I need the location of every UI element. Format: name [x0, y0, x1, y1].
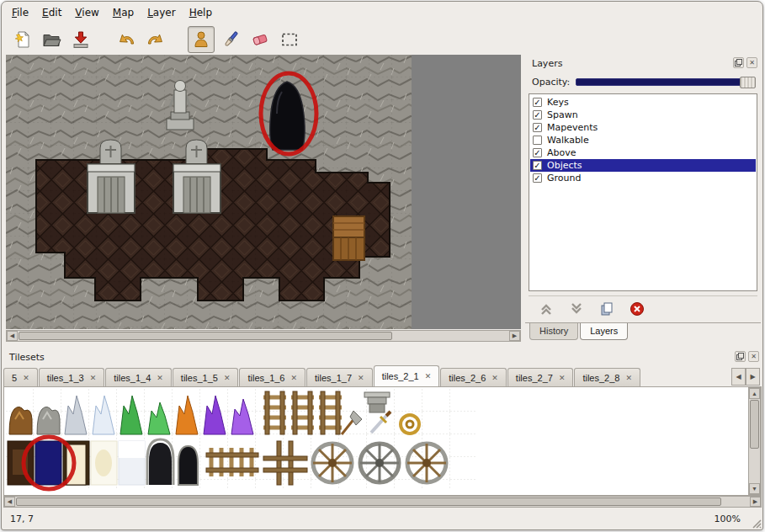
scroll-up-arrow-icon[interactable]: ▲ [749, 388, 760, 399]
tileset-tab-9[interactable]: tiles_2_8 ✕ [574, 368, 640, 386]
brush-tool-button[interactable] [217, 26, 244, 53]
tab-close-icon[interactable]: ✕ [625, 374, 632, 382]
close-panel-button[interactable]: ✕ [748, 351, 759, 362]
layer-row-mapevents[interactable]: ✓ Mapevents [530, 121, 756, 134]
tileset-tab-2[interactable]: tiles_1_4 ✕ [105, 368, 172, 386]
map-horizontal-scrollbar[interactable]: ◀ ▶ [6, 330, 521, 342]
tile-gray-rock [37, 407, 60, 434]
opacity-label: Opacity: [532, 77, 570, 88]
opacity-slider-handle[interactable] [740, 77, 756, 88]
tab-close-icon[interactable]: ✕ [224, 374, 231, 382]
tab-close-icon[interactable]: ✕ [90, 374, 97, 382]
resize-grip[interactable] [750, 517, 762, 529]
layer-visibility-checkbox[interactable]: ✓ [533, 98, 542, 107]
tab-close-icon[interactable]: ✕ [23, 374, 29, 382]
tab-close-icon[interactable]: ✕ [291, 374, 298, 382]
lower-layer-button[interactable] [567, 300, 586, 318]
tileset-tab-0[interactable]: 5 ✕ [3, 368, 38, 386]
scrollbar-track[interactable] [749, 399, 760, 483]
layer-row-ground[interactable]: ✓ Ground [530, 172, 756, 184]
tileset-tab-7[interactable]: tiles_2_6 ✕ [440, 368, 507, 386]
tab-close-icon[interactable]: ✕ [157, 374, 163, 382]
tab-close-icon[interactable]: ✕ [491, 374, 498, 382]
tab-layers[interactable]: Layers [580, 323, 628, 340]
menu-file[interactable]: File [5, 3, 35, 22]
new-map-button[interactable] [8, 26, 35, 53]
layer-row-keys[interactable]: ✓ Keys [530, 96, 756, 109]
opacity-slider[interactable] [576, 78, 756, 86]
scrollbar-thumb[interactable] [16, 497, 721, 506]
tileset-tab-5[interactable]: tiles_1_7 ✕ [306, 368, 373, 386]
scrollbar-thumb[interactable] [750, 400, 759, 449]
undo-button[interactable] [113, 26, 140, 53]
layer-visibility-checkbox[interactable]: ✓ [533, 161, 542, 170]
scroll-right-arrow-icon[interactable]: ▶ [509, 331, 520, 341]
layer-visibility-checkbox[interactable]: ✓ [533, 136, 542, 145]
check-icon: ✓ [534, 98, 540, 107]
layer-visibility-checkbox[interactable]: ✓ [533, 148, 542, 157]
tile-cart-wheel [360, 444, 399, 482]
open-map-button[interactable] [38, 26, 65, 53]
tileset-vertical-scrollbar[interactable]: ▲ ▼ [748, 387, 761, 495]
crates [333, 216, 364, 260]
tileset-tab-label: 5 [12, 373, 17, 383]
tab-close-icon[interactable]: ✕ [358, 374, 364, 382]
tab-scroll-left-icon[interactable]: ◀ [731, 368, 746, 386]
tileset-tab-1[interactable]: tiles_1_3 ✕ [39, 368, 105, 386]
map-canvas[interactable] [6, 55, 521, 329]
tileset-tab-label: tiles_2_8 [582, 373, 619, 383]
tileset-tab-6[interactable]: tiles_2_1 ✕ [374, 365, 440, 386]
new-file-icon [12, 29, 32, 50]
undo-arrow-icon [116, 29, 136, 50]
map-render [6, 55, 521, 329]
delete-layer-button[interactable] [628, 300, 646, 318]
tab-close-icon[interactable]: ✕ [425, 372, 432, 380]
float-panel-button[interactable] [735, 351, 746, 362]
eraser-tool-button[interactable] [247, 26, 274, 53]
map-editor-area: ◀ ▶ [6, 55, 521, 342]
menu-view[interactable]: View [68, 3, 105, 22]
side-panel-tabs: History Layers [525, 322, 761, 345]
close-panel-button[interactable]: ✕ [746, 57, 757, 68]
scroll-left-arrow-icon[interactable]: ◀ [7, 331, 18, 341]
scroll-right-arrow-icon[interactable]: ▶ [750, 497, 761, 507]
tile-white-fade [119, 441, 145, 485]
stamp-tool-button[interactable] [188, 26, 215, 53]
save-map-button[interactable] [67, 26, 94, 53]
menu-layer[interactable]: Layer [141, 3, 182, 22]
scrollbar-track[interactable] [18, 331, 509, 341]
layer-row-spawn[interactable]: ✓ Spawn [530, 109, 756, 121]
tab-close-icon[interactable]: ✕ [559, 374, 566, 382]
tileset-canvas[interactable]: ▲ ▼ [3, 386, 762, 496]
tile-dark-arch-narrow [178, 446, 198, 485]
tileset-tab-8[interactable]: tiles_2_7 ✕ [507, 368, 574, 386]
tileset-tab-3[interactable]: tiles_1_5 ✕ [173, 368, 239, 386]
tilesets-panel-controls: ✕ [735, 351, 759, 362]
menu-help[interactable]: Help [183, 3, 219, 22]
layer-row-walkable[interactable]: ✓ Walkable [530, 134, 756, 146]
tileset-horizontal-scrollbar[interactable]: ◀ ▶ [3, 496, 762, 508]
tab-scroll-right-icon[interactable]: ▶ [746, 368, 760, 386]
float-panel-button[interactable] [733, 57, 744, 68]
redo-button[interactable] [142, 26, 169, 53]
duplicate-layer-button[interactable] [598, 300, 616, 318]
layer-row-objects[interactable]: ✓ Objects [530, 159, 756, 172]
layer-visibility-checkbox[interactable]: ✓ [533, 123, 542, 132]
scroll-left-arrow-icon[interactable]: ◀ [4, 497, 15, 507]
layer-row-above[interactable]: ✓ Above [530, 146, 756, 159]
tomb-left [88, 164, 135, 213]
layer-label: Ground [547, 173, 581, 184]
menu-edit[interactable]: Edit [35, 3, 68, 22]
tileset-tab-4[interactable]: tiles_1_6 ✕ [239, 368, 305, 386]
layer-visibility-checkbox[interactable]: ✓ [533, 110, 542, 120]
tile-brown-rock [9, 407, 32, 434]
scrollbar-thumb[interactable] [19, 332, 392, 340]
zoom-level: 100% [715, 513, 754, 524]
raise-layer-button[interactable] [537, 300, 555, 318]
layer-visibility-checkbox[interactable]: ✓ [533, 173, 542, 183]
select-tool-button[interactable] [276, 26, 303, 53]
menu-map[interactable]: Map [106, 3, 141, 22]
scrollbar-track[interactable] [15, 497, 750, 507]
scroll-down-arrow-icon[interactable]: ▼ [749, 483, 760, 494]
tab-history[interactable]: History [529, 323, 578, 340]
